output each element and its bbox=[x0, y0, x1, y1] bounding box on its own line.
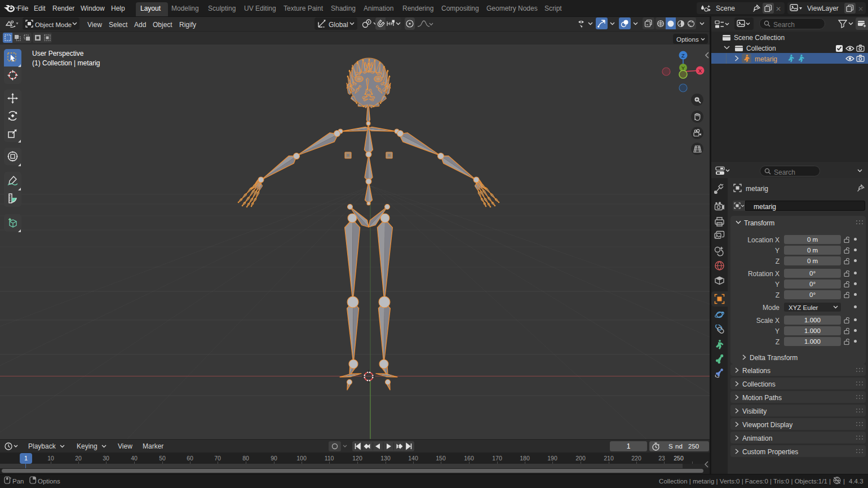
svg-text:Y: Y bbox=[681, 65, 685, 71]
svg-text:X: X bbox=[698, 68, 702, 74]
svg-text:Z: Z bbox=[681, 52, 685, 59]
